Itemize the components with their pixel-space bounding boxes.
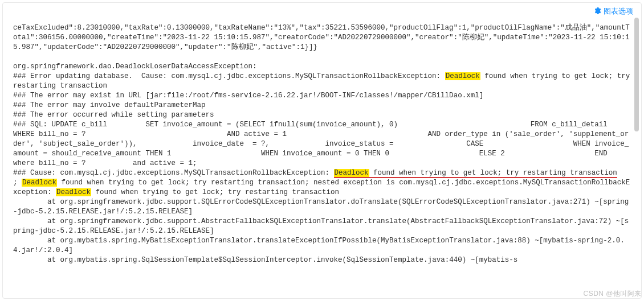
log-content[interactable]: ceTaxExcluded":8.23010000,"taxRate":0.13… [3,21,641,298]
highlight-deadlock: Deadlock [56,188,91,196]
gear-icon [593,7,601,17]
log-text: ceTaxExcluded":8.23010000,"taxRate":0.13… [13,23,631,265]
highlight-deadlock: Deadlock [22,179,57,187]
highlight-deadlock: Deadlock [445,72,480,80]
chart-options-button[interactable]: 图表选项 [593,6,633,17]
log-panel: 图表选项 ceTaxExcluded":8.23010000,"taxRate"… [2,2,642,299]
chart-options-label: 图表选项 [604,6,633,17]
watermark: CSDN @他叫阿来 [583,289,642,299]
highlight-deadlock: Deadlock [334,169,369,178]
